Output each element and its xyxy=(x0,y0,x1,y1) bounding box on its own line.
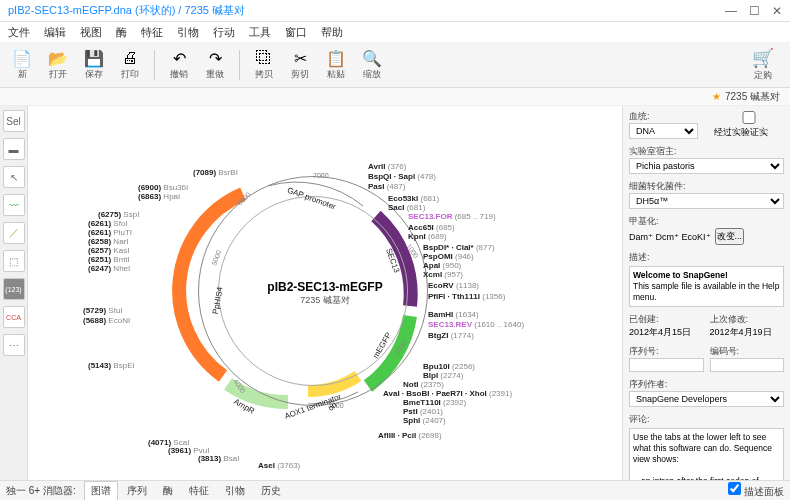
redo-icon: ↷ xyxy=(205,48,225,68)
enzyme-label[interactable]: AvaI · BsoBI · PaeR7I · XhoI (2391) xyxy=(383,389,512,398)
lineage-select[interactable]: DNA xyxy=(629,123,698,139)
enzyme-label[interactable]: Acc65I (685) xyxy=(408,223,455,232)
copy-button[interactable]: ⿻拷贝 xyxy=(248,46,280,83)
change-button[interactable]: 改变... xyxy=(715,228,745,245)
tool-primer[interactable]: ／ xyxy=(3,222,25,244)
enzyme-label[interactable]: (6247) NheI xyxy=(88,264,130,273)
open-button[interactable]: 📂打开 xyxy=(42,46,74,83)
maximize-button[interactable]: ☐ xyxy=(749,4,760,18)
enzyme-label[interactable]: BtgZI (1774) xyxy=(428,331,474,340)
zoom-button[interactable]: 🔍缩放 xyxy=(356,46,388,83)
view-tab-4[interactable]: 引物 xyxy=(218,481,252,501)
enzyme-label[interactable]: PasI (487) xyxy=(368,182,405,191)
tool-seq[interactable]: ▬ xyxy=(3,138,25,160)
enzyme-label[interactable]: PspOMI (946) xyxy=(423,252,474,261)
plasmid-name: pIB2-SEC13-mEGFP xyxy=(267,280,382,294)
enzyme-label[interactable]: BspQI · SapI (478) xyxy=(368,172,436,181)
enzyme-label[interactable]: (6863) HpaI xyxy=(138,192,180,201)
enzyme-label[interactable]: KpnI (689) xyxy=(408,232,447,241)
save-button[interactable]: 💾保存 xyxy=(78,46,110,83)
enzyme-label[interactable]: Bpu10I (2256) xyxy=(423,362,475,371)
view-tab-0[interactable]: 图谱 xyxy=(84,481,118,501)
tool-count[interactable]: (123) xyxy=(3,278,25,300)
enzyme-label[interactable]: BspDI* · ClaI* (877) xyxy=(423,243,495,252)
menu-5[interactable]: 引物 xyxy=(177,25,199,40)
enzyme-label[interactable]: (3961) PvuI xyxy=(168,446,209,455)
enzyme-label[interactable]: (7089) BsrBI xyxy=(193,168,238,177)
menu-4[interactable]: 特征 xyxy=(141,25,163,40)
enzyme-label[interactable]: AvrII (376) xyxy=(368,162,406,171)
view-tab-1[interactable]: 序列 xyxy=(120,481,154,501)
verified-checkbox[interactable]: 经过实验证实 xyxy=(714,111,784,139)
enzyme-label[interactable]: AseI (3763) xyxy=(258,461,300,470)
tool-cursor[interactable]: ↖ xyxy=(3,166,25,188)
author-select[interactable]: SnapGene Developers xyxy=(629,391,784,407)
view-tab-2[interactable]: 酶 xyxy=(156,481,180,501)
minimize-button[interactable]: — xyxy=(725,4,737,18)
zoom-icon: 🔍 xyxy=(362,48,382,68)
enzyme-label[interactable]: (3813) BsaI xyxy=(198,454,239,463)
star-icon[interactable]: ★ xyxy=(712,91,721,102)
menu-6[interactable]: 行动 xyxy=(213,25,235,40)
enzyme-label[interactable]: (6261) SfoI xyxy=(88,219,128,228)
enzyme-label[interactable]: SacI (681) xyxy=(388,203,425,212)
cut-button[interactable]: ✂剪切 xyxy=(284,46,316,83)
enzyme-label[interactable]: (5688) EcoNI xyxy=(83,316,130,325)
plasmid-map[interactable]: 7000 1000 2000 3000 4000 5000 6000 pIB2-… xyxy=(28,106,622,480)
enzyme-label[interactable]: (6275) SspI xyxy=(98,210,139,219)
redo-button[interactable]: ↷重做 xyxy=(199,46,231,83)
enzyme-label[interactable]: (6900) Bsu36I xyxy=(138,183,188,192)
enzyme-label[interactable]: PstI (2401) xyxy=(403,407,443,416)
print-button[interactable]: 🖨打印 xyxy=(114,46,146,83)
enzyme-label[interactable]: PflFI · Tth111I (1356) xyxy=(428,292,505,301)
enzyme-label[interactable]: SphI (2407) xyxy=(403,416,446,425)
enzyme-label[interactable]: SEC13.FOR (685 .. 719) xyxy=(408,212,496,221)
enzyme-label[interactable]: EcoRV (1138) xyxy=(428,281,479,290)
undo-button[interactable]: ↶撤销 xyxy=(163,46,195,83)
file-icon: 📄 xyxy=(12,48,32,68)
enzyme-label[interactable]: (5729) StuI xyxy=(83,306,123,315)
enzyme-label[interactable]: BlpI (2274) xyxy=(423,371,463,380)
enzyme-label[interactable]: NotI (2375) xyxy=(403,380,444,389)
menu-9[interactable]: 帮助 xyxy=(321,25,343,40)
tool-sel[interactable]: Sel xyxy=(3,110,25,132)
enzyme-label[interactable]: BmeT110I (2392) xyxy=(403,398,466,407)
enzyme-label[interactable]: (6251) BmtI xyxy=(88,255,130,264)
menu-8[interactable]: 窗口 xyxy=(285,25,307,40)
desc-panel-toggle[interactable]: 描述面板 xyxy=(728,482,784,499)
menu-1[interactable]: 编辑 xyxy=(44,25,66,40)
enzyme-label[interactable]: AflIII · PciI (2698) xyxy=(378,431,442,440)
encoding-input[interactable] xyxy=(710,358,785,372)
close-button[interactable]: ✕ xyxy=(772,4,782,18)
tool-dna[interactable]: 〰 xyxy=(3,194,25,216)
enzyme-label[interactable]: Eco53kI (681) xyxy=(388,194,439,203)
bp-count: 7235 碱基对 xyxy=(725,90,780,104)
tool-cca[interactable]: CCA xyxy=(3,306,25,328)
tool-note[interactable]: ⬚ xyxy=(3,250,25,272)
menu-7[interactable]: 工具 xyxy=(249,25,271,40)
feature-arc-label[interactable]: AmpR xyxy=(232,397,256,416)
enzyme-label[interactable]: (6261) PluTI xyxy=(88,228,132,237)
enzyme-label[interactable]: (6257) KasI xyxy=(88,246,129,255)
menu-0[interactable]: 文件 xyxy=(8,25,30,40)
printer-icon: 🖨 xyxy=(120,48,140,68)
menu-3[interactable]: 酶 xyxy=(116,25,127,40)
enzyme-label[interactable]: ApaI (950) xyxy=(423,261,461,270)
order-button[interactable]: 🛒定购 xyxy=(752,47,784,82)
tool-more[interactable]: ⋯ xyxy=(3,334,25,356)
enzyme-label[interactable]: BamHI (1634) xyxy=(428,310,479,319)
host-select[interactable]: Pichia pastoris xyxy=(629,158,784,174)
enzyme-label[interactable]: XcmI (957) xyxy=(423,270,463,279)
new-button[interactable]: 📄新 xyxy=(6,46,38,83)
seqno-input[interactable] xyxy=(629,358,704,372)
enzyme-label[interactable]: SEC13.REV (1610 .. 1640) xyxy=(428,320,524,329)
trans-select[interactable]: DH5α™ xyxy=(629,193,784,209)
enzyme-label[interactable]: (4071) ScaI xyxy=(148,438,189,447)
view-tab-3[interactable]: 特征 xyxy=(182,481,216,501)
menu-2[interactable]: 视图 xyxy=(80,25,102,40)
view-tab-5[interactable]: 历史 xyxy=(254,481,288,501)
enzyme-label[interactable]: (5143) BspEI xyxy=(88,361,135,370)
cart-icon: 🛒 xyxy=(752,47,774,69)
enzyme-label[interactable]: (6258) NarI xyxy=(88,237,128,246)
paste-button[interactable]: 📋粘贴 xyxy=(320,46,352,83)
